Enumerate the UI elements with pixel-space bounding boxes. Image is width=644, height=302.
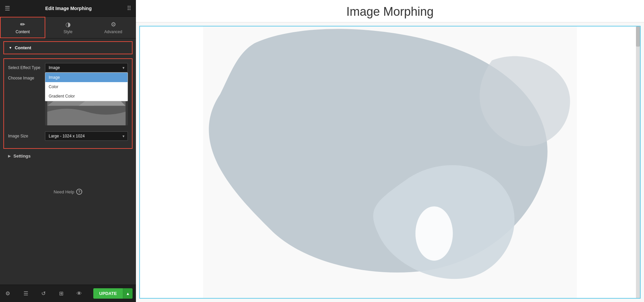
image-size-select[interactable]: Large - 1024 x 1024 (45, 131, 128, 141)
advanced-tab-icon: ⚙ (111, 21, 116, 28)
effect-type-row: Select Effect Type Image Color Gradient … (8, 63, 128, 72)
content-tab-label: Content (15, 29, 30, 34)
need-help-text: Need Help (54, 189, 74, 194)
effect-type-label: Select Effect Type (8, 65, 45, 70)
dropdown-item-color[interactable]: Color (45, 82, 128, 92)
content-section-label: Content (15, 45, 31, 50)
responsive-bottom-icon[interactable]: ⊞ (57, 288, 65, 299)
main-header: Image Morphing (136, 0, 644, 22)
content-collapse-arrow: ▼ (9, 46, 12, 50)
hamburger-icon[interactable]: ☰ (5, 5, 10, 12)
style-tab-icon: ◑ (65, 21, 71, 28)
style-tab-label: Style (63, 29, 72, 34)
image-size-row: Image Size Large - 1024 x 1024 ▼ (8, 131, 128, 141)
tab-advanced[interactable]: ⚙ Advanced (91, 17, 136, 38)
image-size-control: Large - 1024 x 1024 ▼ (45, 131, 128, 141)
panel-title: Edit Image Morphing (45, 6, 92, 11)
collapse-panel-arrow[interactable]: ‹ (640, 156, 641, 168)
history-bottom-icon[interactable]: ↺ (39, 288, 48, 299)
effect-type-select[interactable]: Image Color Gradient Color (45, 63, 128, 72)
settings-arrow-icon: ▶ (8, 154, 11, 158)
need-help[interactable]: Need Help ? (0, 183, 136, 200)
panel-content: Select Effect Type Image Color Gradient … (0, 54, 136, 285)
effect-type-control: Image Color Gradient Color ▼ Image Color… (45, 63, 128, 72)
help-icon: ? (76, 189, 82, 195)
settings-section-header[interactable]: ▶ Settings (3, 151, 133, 161)
image-size-label: Image Size (8, 134, 45, 138)
bottom-toolbar: ⚙ ☰ ↺ ⊞ 👁 UPDATE ▲ (0, 285, 136, 302)
panel-tabs: ✏ Content ◑ Style ⚙ Advanced (0, 17, 136, 39)
update-btn-group: UPDATE ▲ (93, 288, 133, 299)
settings-bottom-icon[interactable]: ⚙ (3, 288, 12, 299)
svg-point-7 (415, 206, 453, 261)
dropdown-item-gradient[interactable]: Gradient Color (45, 92, 128, 101)
scrollbar-thumb (636, 26, 640, 47)
update-button[interactable]: UPDATE (93, 288, 123, 299)
dropdown-item-image[interactable]: Image (45, 73, 128, 82)
morphing-canvas[interactable]: ‹ (139, 26, 641, 299)
settings-label: Settings (13, 154, 31, 159)
panel-header: ☰ Edit Image Morphing ⠿ (0, 0, 136, 17)
canvas-area: ‹ (136, 22, 644, 302)
image-size-select-wrapper: Large - 1024 x 1024 ▼ (45, 131, 128, 141)
left-panel: ☰ Edit Image Morphing ⠿ ✏ Content ◑ Styl… (0, 0, 136, 302)
choose-image-label: Choose Image (8, 76, 45, 80)
tab-style[interactable]: ◑ Style (45, 17, 91, 38)
content-tab-icon: ✏ (20, 21, 25, 28)
advanced-tab-label: Advanced (104, 29, 122, 34)
preview-bottom-icon[interactable]: 👁 (75, 289, 84, 299)
content-block: Select Effect Type Image Color Gradient … (3, 58, 133, 149)
morphing-blob-svg (140, 26, 640, 298)
layers-bottom-icon[interactable]: ☰ (21, 288, 30, 299)
right-scrollbar[interactable] (636, 26, 640, 298)
content-section-header[interactable]: ▼ Content (3, 41, 133, 54)
effect-type-dropdown: Image Color Gradient Color (45, 72, 128, 101)
page-title: Image Morphing (143, 5, 637, 19)
main-content: Image Morphing ‹ (136, 0, 644, 302)
tab-content[interactable]: ✏ Content (0, 17, 45, 38)
grid-icon[interactable]: ⠿ (127, 5, 131, 12)
update-arrow-button[interactable]: ▲ (123, 288, 133, 299)
effect-type-select-wrapper: Image Color Gradient Color ▼ (45, 63, 128, 72)
